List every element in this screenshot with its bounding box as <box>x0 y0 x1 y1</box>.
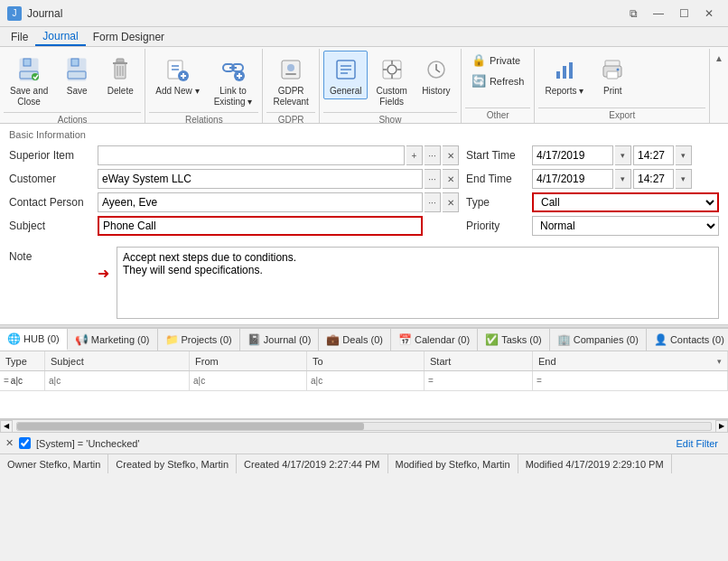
tab-tasks[interactable]: ✅ Tasks (0) <box>478 329 550 351</box>
delete-button[interactable]: Delete <box>99 51 141 99</box>
save-icon <box>62 55 91 84</box>
horizontal-scrollbar[interactable]: ◀ ▶ <box>0 419 728 432</box>
tab-companies-label: Companies (0) <box>574 334 639 345</box>
priority-select[interactable]: Normal High Low <box>532 216 719 236</box>
tab-projects[interactable]: 📁 Projects (0) <box>158 329 240 351</box>
priority-row: Priority Normal High Low <box>466 216 719 236</box>
save-close-button[interactable]: Save and Close <box>4 51 54 110</box>
col-header-to[interactable]: To <box>307 351 425 370</box>
filter-checkbox[interactable] <box>19 437 31 449</box>
menu-journal[interactable]: Journal <box>35 28 85 46</box>
add-new-icon <box>163 55 191 84</box>
minimize-button[interactable]: — <box>647 5 670 23</box>
scroll-right-btn[interactable]: ▶ <box>715 420 728 433</box>
edit-filter-btn[interactable]: Edit Filter <box>672 436 723 451</box>
end-date-input[interactable] <box>532 169 613 189</box>
col-header-end[interactable]: End ▾ <box>533 351 728 370</box>
col-header-start[interactable]: Start <box>425 351 533 370</box>
gdpr-relevant-button[interactable]: GDPRRelevant <box>266 51 314 110</box>
start-date-dropdown[interactable]: ▾ <box>615 145 631 165</box>
close-button[interactable]: ✕ <box>697 5 721 23</box>
end-time-row: End Time ▾ ▾ <box>466 169 719 189</box>
refresh-button[interactable]: 🔄 Refresh <box>465 71 531 90</box>
scroll-left-btn[interactable]: ◀ <box>0 420 13 433</box>
superior-item-label: Superior Item <box>9 149 90 162</box>
svg-rect-44 <box>607 71 618 79</box>
end-time-input[interactable] <box>633 169 674 189</box>
filter-text: [System] = 'Unchecked' <box>36 438 140 449</box>
ribbon-collapse-button[interactable]: ▲ <box>710 49 728 67</box>
contact-person-control: ··· ✕ <box>98 192 459 212</box>
private-button[interactable]: 🔒 Private <box>465 51 531 70</box>
col-header-type[interactable]: Type <box>0 351 45 370</box>
general-button[interactable]: General <box>323 51 369 99</box>
superior-item-clear-btn[interactable]: ✕ <box>443 145 459 165</box>
history-button[interactable]: History <box>415 51 457 99</box>
type-select[interactable]: Call Email Meeting <box>532 192 719 212</box>
start-time-dropdown[interactable]: ▾ <box>676 145 692 165</box>
filter-remove-btn[interactable]: ✕ <box>5 437 14 449</box>
tab-marketing[interactable]: 📢 Marketing (0) <box>68 329 158 351</box>
superior-item-input[interactable] <box>98 145 405 165</box>
window-controls: ⧉ — ☐ ✕ <box>621 5 721 23</box>
menu-form-designer[interactable]: Form Designer <box>86 29 172 45</box>
save-label: Save <box>67 86 88 97</box>
tab-calendar[interactable]: 📅 Calendar (0) <box>391 329 478 351</box>
tab-hub[interactable]: 🌐 HUB (0) <box>0 329 68 351</box>
app-icon: J <box>7 6 22 21</box>
contact-person-input[interactable] <box>98 192 423 212</box>
customer-input[interactable] <box>98 169 423 189</box>
type-control: Call Email Meeting <box>532 192 719 212</box>
tabs-bar: 🌐 HUB (0) 📢 Marketing (0) 📁 Projects (0)… <box>0 328 728 351</box>
superior-item-dots-btn[interactable]: ··· <box>425 145 441 165</box>
filter-subject: a|c <box>45 371 190 390</box>
contact-person-clear-btn[interactable]: ✕ <box>443 192 459 212</box>
menu-file[interactable]: File <box>4 29 35 45</box>
tab-contacts[interactable]: 👤 Contacts (0) <box>647 329 728 351</box>
end-date-dropdown[interactable]: ▾ <box>615 169 631 189</box>
svg-rect-40 <box>563 66 566 79</box>
tab-journal[interactable]: 📓 Journal (0) <box>240 329 320 351</box>
end-time-dropdown[interactable]: ▾ <box>676 169 692 189</box>
link-existing-button[interactable]: Link toExisting ▾ <box>208 51 259 110</box>
custom-fields-button[interactable]: CustomFields <box>369 51 413 110</box>
reports-button[interactable]: Reports ▾ <box>538 51 590 99</box>
custom-fields-icon <box>378 55 406 84</box>
tab-deals[interactable]: 💼 Deals (0) <box>319 329 391 351</box>
ribbon: Save and Close Save <box>0 47 728 124</box>
start-time-input[interactable] <box>633 145 674 165</box>
svg-rect-9 <box>117 59 124 62</box>
filter-from-icon: a|c <box>193 376 205 386</box>
col-header-subject[interactable]: Subject <box>45 351 190 370</box>
superior-item-add-btn[interactable]: + <box>406 145 423 165</box>
journal-icon: 📓 <box>247 333 261 346</box>
scroll-thumb[interactable] <box>17 423 364 430</box>
svg-rect-6 <box>68 71 86 79</box>
restore-button[interactable]: ⧉ <box>621 5 645 23</box>
start-time-label: Start Time <box>466 149 525 162</box>
filter-type: = a|c <box>0 371 45 390</box>
save-close-label: Save and Close <box>10 86 48 108</box>
col-header-from[interactable]: From <box>190 351 307 370</box>
subject-input[interactable] <box>98 216 423 236</box>
status-owner: Owner Stefko, Martin <box>0 454 108 473</box>
note-textarea[interactable]: Accept next steps due to conditions. The… <box>117 247 719 319</box>
marketing-icon: 📢 <box>75 333 89 346</box>
status-bar: Owner Stefko, Martin Created by Stefko, … <box>0 453 728 473</box>
customer-clear-btn[interactable]: ✕ <box>443 169 459 189</box>
maximize-button[interactable]: ☐ <box>672 5 695 23</box>
start-date-input[interactable] <box>532 145 613 165</box>
hub-icon: 🌐 <box>7 332 21 345</box>
tab-deals-label: Deals (0) <box>342 334 383 345</box>
svg-rect-1 <box>23 59 31 66</box>
print-button[interactable]: Print <box>592 51 633 99</box>
tasks-icon: ✅ <box>485 333 499 346</box>
save-button[interactable]: Save <box>56 51 98 99</box>
contact-person-dots-btn[interactable]: ··· <box>425 192 441 212</box>
relations-group-label: Relations <box>149 112 258 127</box>
add-new-button[interactable]: Add New ▾ <box>149 51 205 99</box>
customer-dots-btn[interactable]: ··· <box>425 169 441 189</box>
tab-companies[interactable]: 🏢 Companies (0) <box>550 329 647 351</box>
scroll-track <box>16 422 712 431</box>
status-created-date: Created 4/17/2019 2:27:44 PM <box>237 454 387 473</box>
